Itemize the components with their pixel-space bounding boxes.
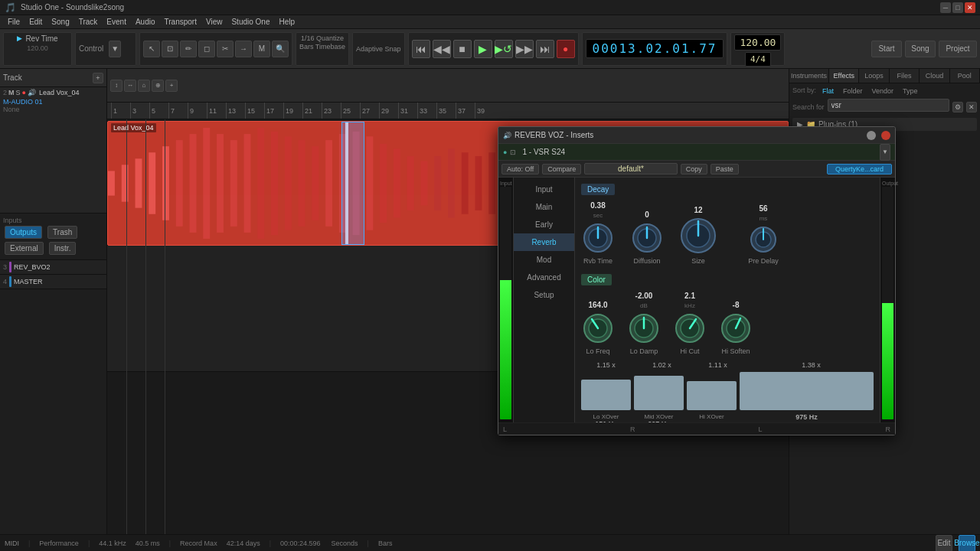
- browse-btn[interactable]: Browse: [959, 535, 975, 552]
- record-button[interactable]: ●: [557, 40, 575, 58]
- pencil-tool[interactable]: ✏: [180, 41, 197, 57]
- freq-band-mid2[interactable]: [687, 381, 737, 410]
- menu-track[interactable]: Track: [74, 15, 103, 29]
- io-outputs-btn[interactable]: Outputs: [5, 226, 42, 239]
- rvb-time-knob[interactable]: [581, 221, 615, 255]
- freq-band-mid[interactable]: [634, 376, 684, 410]
- plugin-title-bar: 🔊 REVERB VOZ - Inserts: [498, 127, 895, 144]
- pointer-tool[interactable]: ↖: [143, 41, 160, 57]
- menu-event[interactable]: Event: [102, 15, 131, 29]
- menu-view[interactable]: View: [201, 15, 227, 29]
- zoom-tool[interactable]: 🔍: [272, 41, 289, 57]
- search-input[interactable]: [828, 99, 949, 112]
- song-button[interactable]: Song: [905, 41, 936, 57]
- ff-button[interactable]: ▶▶: [515, 40, 534, 58]
- play-button[interactable]: ▶: [474, 40, 492, 58]
- track-item-2[interactable]: 3 REV_BVO2: [0, 260, 106, 275]
- plugin-minimize-btn[interactable]: [867, 131, 876, 140]
- freq-band-lo[interactable]: [581, 380, 631, 410]
- tab-instruments[interactable]: Instruments: [789, 69, 829, 83]
- plugin-auto-btn[interactable]: Auto: Off: [501, 164, 539, 174]
- plugin-preset-card-btn[interactable]: QuertyKe...card: [827, 164, 892, 174]
- search-settings-btn[interactable]: ⚙: [952, 102, 963, 112]
- io-external-btn[interactable]: External: [5, 242, 44, 255]
- pre-delay-knob[interactable]: [748, 224, 779, 255]
- plugin-preset-down[interactable]: ▼: [880, 144, 890, 161]
- track-mute-1[interactable]: M: [8, 89, 15, 96]
- track-item-3[interactable]: 4 MASTER: [0, 275, 106, 289]
- sort-vendor[interactable]: Vendor: [869, 86, 897, 96]
- mini-btn-5[interactable]: +: [165, 80, 178, 92]
- nav-advanced[interactable]: Advanced: [514, 269, 574, 286]
- track-monitor-1[interactable]: 🔊: [28, 89, 36, 96]
- plugin-compare-btn[interactable]: Compare: [542, 164, 581, 174]
- mini-btn-3[interactable]: ⌂: [138, 80, 150, 92]
- plugin-title-icon: 🔊: [503, 132, 511, 139]
- menu-edit[interactable]: Edit: [24, 15, 47, 29]
- eraser-tool[interactable]: ◻: [198, 41, 215, 57]
- nav-early[interactable]: Early: [514, 216, 574, 233]
- back-button[interactable]: ◀◀: [433, 40, 451, 58]
- sort-flat[interactable]: Flat: [819, 86, 837, 96]
- menu-help[interactable]: Help: [274, 15, 299, 29]
- freq-band-hi[interactable]: [740, 372, 874, 410]
- diffusion-knob[interactable]: [630, 221, 664, 255]
- io-instr-btn[interactable]: Instr.: [49, 242, 77, 255]
- edit-btn[interactable]: Edit: [936, 535, 952, 552]
- add-track-button[interactable]: +: [93, 73, 103, 83]
- mid-mult: 1.02 x: [637, 361, 687, 369]
- mini-btn-2[interactable]: ↔: [124, 80, 136, 92]
- track-io-1[interactable]: M-AUDIO 01: [3, 98, 103, 106]
- rewind-button[interactable]: ⏮: [412, 40, 430, 58]
- nav-main[interactable]: Main: [514, 198, 574, 216]
- split-tool[interactable]: ✂: [217, 41, 234, 57]
- menu-audio[interactable]: Audio: [131, 15, 160, 29]
- range-tool[interactable]: ⊡: [162, 41, 178, 57]
- menu-song[interactable]: Song: [47, 15, 74, 29]
- tab-files[interactable]: Files: [890, 69, 920, 83]
- plugin-close-btn[interactable]: [881, 131, 890, 140]
- track-item-1[interactable]: 2 M S ● 🔊 Lead Vox_04 M-AUDIO 01 None: [0, 87, 106, 214]
- mini-btn-1[interactable]: ↕: [110, 80, 122, 92]
- start-button[interactable]: Start: [871, 41, 902, 57]
- tab-pool[interactable]: Pool: [950, 69, 980, 83]
- menu-transport[interactable]: Transport: [160, 15, 201, 29]
- tab-cloud[interactable]: Cloud: [920, 69, 949, 83]
- mute-tool[interactable]: M: [253, 41, 270, 57]
- control-dropdown[interactable]: ▼: [109, 41, 121, 57]
- mini-btn-4[interactable]: ⊕: [152, 80, 164, 92]
- bpm-display[interactable]: 120.00: [734, 34, 781, 51]
- nav-mod[interactable]: Mod: [514, 251, 574, 269]
- io-trash-btn[interactable]: Trash: [47, 226, 77, 239]
- arrow-tool[interactable]: →: [235, 41, 252, 57]
- search-clear-btn[interactable]: ✕: [966, 102, 977, 112]
- size-knob[interactable]: [679, 217, 717, 255]
- lo-damp-knob[interactable]: [627, 311, 661, 345]
- nav-input[interactable]: Input: [514, 181, 574, 198]
- tab-effects[interactable]: Effects: [829, 69, 859, 83]
- project-button[interactable]: Project: [939, 41, 977, 57]
- lo-freq-knob[interactable]: [581, 311, 615, 345]
- tab-loops[interactable]: Loops: [859, 69, 889, 83]
- sort-folder[interactable]: Folder: [840, 86, 866, 96]
- nav-setup[interactable]: Setup: [514, 286, 574, 304]
- plugin-paste-btn[interactable]: Paste: [710, 164, 739, 174]
- close-button[interactable]: ✕: [965, 2, 975, 13]
- track-rec-1[interactable]: ●: [22, 89, 26, 96]
- track-solo-1[interactable]: S: [16, 89, 21, 96]
- time-sig-display[interactable]: 4/4: [745, 52, 771, 67]
- main-time-display[interactable]: 00013.02.01.77: [586, 39, 724, 58]
- play-loop-button[interactable]: ▶↺: [495, 40, 513, 58]
- maximize-button[interactable]: □: [952, 2, 963, 13]
- hi-soften-knob[interactable]: [719, 311, 753, 345]
- hi-cut-knob[interactable]: [673, 311, 707, 345]
- plugin-copy-btn[interactable]: Copy: [681, 164, 707, 174]
- menu-studioone[interactable]: Studio One: [227, 15, 274, 29]
- nav-reverb[interactable]: Reverb: [514, 233, 574, 251]
- menu-file[interactable]: File: [3, 15, 24, 29]
- sort-type[interactable]: Type: [900, 86, 921, 96]
- minimize-button[interactable]: ─: [940, 2, 951, 13]
- end-button[interactable]: ⏭: [536, 40, 554, 58]
- stop-button[interactable]: ■: [453, 40, 472, 58]
- track-io-out-1[interactable]: None: [3, 106, 103, 113]
